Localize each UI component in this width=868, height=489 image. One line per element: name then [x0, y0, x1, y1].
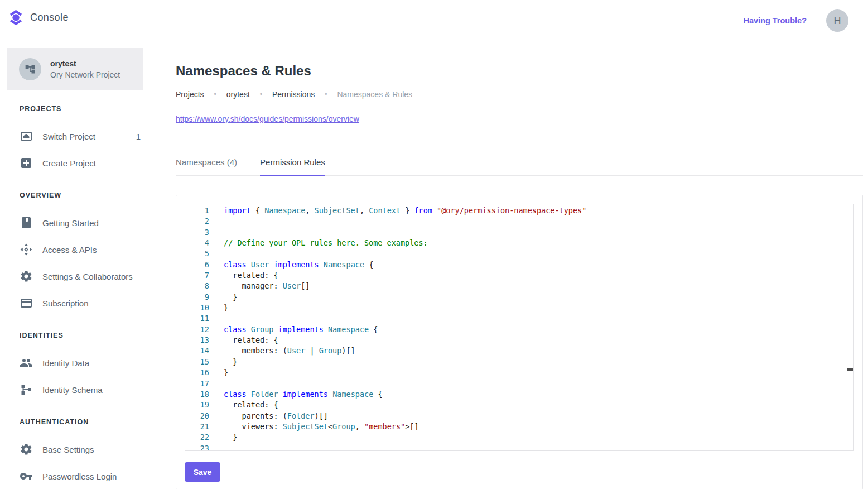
sidebar-section-title-authentication: AUTHENTICATION: [20, 418, 141, 426]
sidebar-section: OVERVIEW Getting Started Access & APIs S…: [0, 191, 152, 317]
line-number: 9: [185, 292, 224, 303]
sidebar-item-label: Subscription: [42, 299, 89, 308]
code-line: 6class User implements Namespace {: [185, 260, 853, 270]
docs-link[interactable]: https://www.ory.sh/docs/guides/permissio…: [176, 114, 359, 123]
code-line: 18class Folder implements Namespace {: [185, 389, 853, 400]
indent-guide: [233, 281, 233, 291]
gear-icon: [20, 270, 33, 283]
overview-ruler-marker: [847, 368, 853, 371]
tab-namespaces-4[interactable]: Namespaces (4): [176, 157, 237, 175]
project-selector[interactable]: orytest Ory Network Project: [7, 48, 143, 90]
sidebar: Console orytest Ory Network Project PROJ…: [0, 0, 152, 489]
brand[interactable]: Console: [0, 0, 152, 35]
code-line: 14 members: (User | Group)[]: [185, 346, 853, 356]
project-avatar: [19, 58, 41, 80]
people-icon: [20, 356, 33, 370]
line-number: 17: [185, 378, 224, 389]
editor-overview-ruler[interactable]: [846, 204, 853, 450]
schema-icon: [20, 383, 33, 396]
indent-guide: [224, 443, 224, 451]
brand-name: Console: [30, 12, 69, 23]
breadcrumb-separator: •: [214, 90, 216, 98]
breadcrumb-item-namespaces-rules: Namespaces & Rules: [337, 90, 412, 99]
indent-guide: [224, 421, 224, 432]
sidebar-item-label: Base Settings: [42, 445, 94, 454]
code-line: 17: [185, 378, 853, 389]
permission-rules-card: 1import { Namespace, SubjectSet, Context…: [176, 195, 863, 489]
main-content: Having Trouble? H Namespaces & Rules Pro…: [152, 0, 868, 489]
sidebar-section: IDENTITIES Identity Data Identity Schema: [0, 332, 152, 403]
project-info: orytest Ory Network Project: [50, 59, 120, 79]
sidebar-item-label: Identity Schema: [42, 385, 103, 395]
sidebar-section: PROJECTS Switch Project 1 Create Project: [0, 105, 152, 176]
code-line: 9 }: [185, 292, 853, 303]
indent-guide: [224, 411, 224, 421]
sidebar-item-base-settings[interactable]: Base Settings: [0, 436, 152, 463]
code-line: 21 viewers: SubjectSet<Group, "members">…: [185, 421, 853, 432]
sidebar-section-title-overview: OVERVIEW: [20, 191, 141, 199]
key-icon: [20, 469, 33, 483]
line-number: 18: [185, 389, 224, 400]
code-line: 20 parents: (Folder)[]: [185, 411, 853, 421]
code-line: 19 related: {: [185, 400, 853, 410]
line-number: 22: [185, 432, 224, 443]
indent-guide: [233, 411, 233, 421]
indent-guide: [224, 346, 224, 356]
sidebar-item-label: Access & APIs: [42, 245, 97, 255]
sidebar-item-label: Settings & Collaborators: [42, 272, 133, 281]
project-name: orytest: [50, 59, 120, 68]
line-number: 13: [185, 335, 224, 346]
breadcrumb-item-orytest[interactable]: orytest: [226, 90, 250, 99]
sidebar-item-switch-project[interactable]: Switch Project 1: [0, 123, 152, 150]
line-number: 3: [185, 227, 224, 238]
user-avatar[interactable]: H: [826, 9, 848, 32]
line-number: 2: [185, 216, 224, 227]
indent-guide: [233, 421, 233, 432]
tab-permission-rules[interactable]: Permission Rules: [260, 157, 325, 176]
line-number: 10: [185, 303, 224, 313]
code-editor[interactable]: 1import { Namespace, SubjectSet, Context…: [185, 204, 854, 451]
line-number: 15: [185, 357, 224, 367]
sidebar-section-title-identities: IDENTITIES: [20, 332, 141, 339]
sidebar-item-identity-data[interactable]: Identity Data: [0, 349, 152, 376]
line-number: 4: [185, 238, 224, 248]
code-line: 1import { Namespace, SubjectSet, Context…: [185, 205, 853, 216]
breadcrumb-item-projects[interactable]: Projects: [176, 90, 204, 99]
line-number: 5: [185, 248, 224, 259]
code-line: 16}: [185, 367, 853, 378]
sidebar-item-subscription[interactable]: Subscription: [0, 290, 152, 317]
sidebar-item-create-project[interactable]: Create Project: [0, 150, 152, 176]
sidebar-item-label: Passwordless Login: [42, 472, 117, 481]
sidebar-item-settings-collaborators[interactable]: Settings & Collaborators: [0, 263, 152, 290]
breadcrumb: Projects•orytest•Permissions•Namespaces …: [176, 90, 863, 99]
sidebar-section: AUTHENTICATION Base Settings Passwordles…: [0, 418, 152, 489]
code-line: 13 related: {: [185, 335, 853, 346]
line-number: 6: [185, 260, 224, 270]
code-line: 15 }: [185, 357, 853, 367]
gear-icon: [20, 443, 33, 456]
indent-guide: [224, 270, 224, 281]
sidebar-item-identity-schema[interactable]: Identity Schema: [0, 376, 152, 403]
code-line: 2: [185, 216, 853, 227]
line-number: 16: [185, 367, 224, 378]
code-line: 23: [185, 443, 853, 451]
having-trouble-link[interactable]: Having Trouble?: [743, 16, 807, 25]
switch-project-count-badge: 1: [136, 132, 141, 141]
sidebar-item-passwordless-login[interactable]: Passwordless Login: [0, 463, 152, 489]
line-number: 19: [185, 400, 224, 410]
sidebar-item-label: Getting Started: [42, 218, 99, 228]
move-icon: [20, 243, 33, 256]
breadcrumb-item-permissions[interactable]: Permissions: [272, 90, 315, 99]
sidebar-item-getting-started[interactable]: Getting Started: [0, 209, 152, 236]
indent-guide: [224, 400, 224, 410]
indent-guide: [224, 281, 224, 291]
account-tree-icon: [25, 64, 36, 75]
indent-guide: [224, 432, 224, 443]
line-number: 21: [185, 421, 224, 432]
code-line: 10}: [185, 303, 853, 313]
indent-guide: [224, 292, 224, 303]
line-number: 8: [185, 281, 224, 291]
save-button[interactable]: Save: [185, 462, 220, 482]
add-box-icon: [20, 156, 33, 170]
sidebar-item-access-apis[interactable]: Access & APIs: [0, 236, 152, 263]
